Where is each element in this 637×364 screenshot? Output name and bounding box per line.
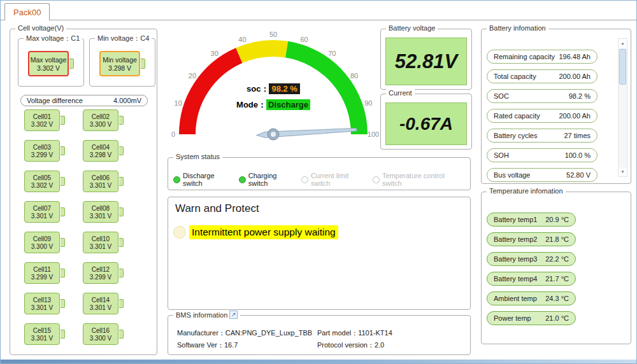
battery-cell-body: Cell08 3.301 V [83, 201, 118, 223]
bms-field: Protocol version：2.0 [317, 340, 464, 350]
battery-cell-body: Cell04 3.298 V [83, 140, 118, 162]
system-status-panel: System status Discharge switch Charging … [168, 157, 471, 190]
battery-cell-body: Cell13 3.301 V [24, 293, 60, 314]
soc-gauge: 0102030405060708090100 soc：98.2 % Mode：D… [165, 29, 382, 150]
voltage-difference-value: 4.000mV [113, 97, 141, 104]
info-label: Rated capacity [494, 112, 540, 120]
temp-label: Power temp [494, 314, 531, 322]
battery-terminal [119, 330, 124, 339]
info-row: SOH 100.0 % [487, 148, 598, 162]
temp-value: 21.7 °C [545, 275, 569, 283]
cell-name: Cell12 [92, 266, 110, 273]
current-panel: Current -0.67A [380, 94, 472, 150]
mode-readout: Mode：Discharge [165, 99, 382, 111]
status-switch[interactable]: Discharge switch [173, 172, 233, 187]
current-display: -0.67A [385, 102, 467, 145]
cell-grid: Cell01 3.302 V Cell02 3.300 V Cell03 3.2… [24, 109, 124, 345]
bms-field-label: Software Ver： [177, 341, 224, 349]
scroll-up-button[interactable]: ▲ [619, 39, 627, 48]
cell-voltage: 3.301 V [90, 182, 111, 189]
scroll-down-button[interactable]: ▼ [619, 167, 627, 176]
switch-label: Temperature control switch [382, 172, 462, 187]
temp-row: Battery temp3 22.2 °C [487, 252, 576, 266]
battery-terminal [61, 269, 65, 277]
battery-cell-body: Cell14 3.301 V [83, 293, 118, 314]
battery-cell: Cell14 3.301 V [83, 293, 124, 314]
cell-name: Cell03 [33, 144, 51, 151]
cell-voltage: 3.301 V [90, 213, 111, 220]
radio-icon [301, 176, 308, 183]
cell-voltage: 3.301 V [90, 304, 111, 311]
bms-field-label: Protocol version： [317, 341, 375, 349]
temp-row: Battery temp4 21.7 °C [487, 272, 576, 286]
temperature-info-list: Battery temp1 20.9 °C Battery temp2 21.8… [487, 213, 576, 325]
temp-value: 21.8 °C [545, 235, 569, 243]
info-label: Remaining capacity [494, 53, 555, 60]
status-switch[interactable]: Charging switch [239, 172, 296, 187]
status-switch[interactable]: Current limit switch [301, 172, 367, 187]
cell-voltage: 3.301 V [90, 243, 111, 250]
battery-terminal [61, 177, 65, 186]
bms-field-value: CAN:PNG_DYE_Luxp_TBB [225, 329, 312, 337]
battery-terminal [61, 146, 65, 155]
warning-message: Intermittent power supply waiting [189, 225, 338, 239]
tab-pack00[interactable]: Pack00 [4, 3, 50, 20]
cell-name: Cell15 [33, 327, 51, 334]
system-status-title: System status [173, 153, 222, 160]
temp-value: 21.0 °C [545, 314, 569, 322]
cell-name: Cell05 [33, 174, 51, 181]
battery-terminal [119, 146, 124, 155]
temp-label: Battery temp2 [494, 235, 537, 243]
battery-cell-body: Cell10 3.301 V [83, 232, 118, 253]
info-row: Total capacity 200.00 Ah [487, 69, 598, 83]
battery-voltage-title: Battery voltage [386, 24, 438, 32]
radio-icon [373, 176, 380, 183]
battery-terminal [61, 207, 65, 216]
cell-name: Cell06 [92, 174, 110, 181]
svg-text:50: 50 [269, 31, 277, 38]
status-switch[interactable]: Temperature control switch [373, 172, 462, 187]
cell-voltage: 3.299 V [31, 274, 53, 281]
cell-voltage: 3.302 V [37, 64, 60, 72]
soc-value: 98.2 % [269, 83, 299, 94]
bms-field: Software Ver：16.7 [177, 340, 317, 350]
battery-cell-body: Cell02 3.300 V [83, 109, 118, 131]
soc-readout: soc：98.2 % [165, 83, 382, 95]
info-label: SOC [494, 92, 509, 100]
battery-cell: Cell05 3.302 V [24, 171, 65, 192]
current-title: Current [386, 89, 415, 97]
info-row: Rated capacity 200.00 Ah [487, 109, 598, 123]
battery-info-list: Remaining capacity 196.48 Ah Total capac… [487, 50, 598, 182]
cell-voltage: 3.300 V [90, 121, 111, 128]
info-row: Battery cycles 27 times [487, 129, 598, 143]
info-label: Bus voltage [494, 171, 530, 179]
scrollbar[interactable]: ▲ ▼ [618, 38, 627, 177]
bms-window: Pack00 Cell voltage(V) Max voltage：C1 Ma… [0, 0, 637, 364]
warning-item: Intermittent power supply waiting [173, 225, 338, 239]
switch-label: Discharge switch [183, 172, 233, 187]
scroll-track[interactable] [619, 48, 627, 167]
temp-label: Battery temp4 [494, 275, 537, 283]
battery-cell: Cell06 3.301 V [83, 171, 124, 192]
battery-voltage-panel: Battery voltage 52.81V [380, 29, 472, 90]
temp-value: 22.2 °C [545, 255, 569, 263]
battery-cell: Cell10 3.301 V [83, 232, 124, 253]
svg-text:70: 70 [328, 50, 336, 57]
radio-icon [173, 176, 180, 183]
tab-divider [1, 20, 636, 20]
cell-voltage: 3.298 V [108, 64, 131, 72]
battery-terminal [61, 330, 65, 339]
system-status-row: Discharge switch Charging switch Current… [173, 172, 468, 187]
battery-terminal [119, 299, 124, 308]
scroll-thumb[interactable] [619, 49, 626, 85]
info-value: 27 times [564, 132, 590, 139]
soc-label: soc： [247, 84, 269, 94]
cell-name: Cell14 [92, 297, 110, 304]
battery-terminal [119, 207, 124, 216]
cell-name: Max voltage [31, 56, 67, 64]
temperature-info-panel: Temperature infomation Battery temp1 20.… [481, 192, 631, 344]
detail-window-icon[interactable]: ↗ [229, 311, 238, 319]
info-value: 200.00 Ah [559, 112, 590, 120]
cell-voltage: 3.301 V [31, 213, 53, 220]
info-label: Battery cycles [494, 132, 537, 139]
